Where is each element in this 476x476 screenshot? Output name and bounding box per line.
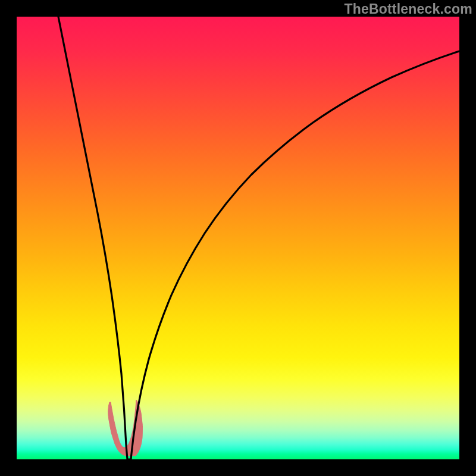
plot-area bbox=[17, 17, 459, 459]
curve-layer bbox=[17, 17, 459, 459]
bottleneck-curve bbox=[58, 17, 459, 459]
watermark-text: TheBottleneck.com bbox=[344, 1, 472, 17]
chart-frame: TheBottleneck.com bbox=[0, 0, 476, 476]
